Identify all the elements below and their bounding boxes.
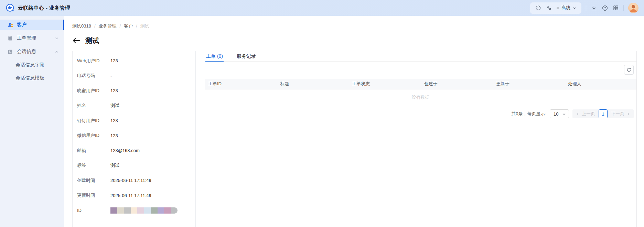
work-order-icon [8,35,13,41]
field-label: 创建时间 [77,177,110,184]
customers-icon [8,22,13,28]
column-header-id: 工单ID [205,81,277,87]
apps-grid-icon[interactable] [613,5,619,11]
status-dropdown[interactable]: 离线 [557,5,577,11]
user-avatar[interactable] [628,3,638,13]
field-value: 123 [110,118,118,123]
pager: 上一页 1 下一页 [572,109,634,118]
pagination: 共0条，每页显示: 10 上一页 1 下一页 [205,109,636,118]
app-logo-icon [6,3,14,12]
tab-label: 服务记录 [237,53,256,60]
tab-label: 工单 (0) [206,53,223,60]
breadcrumb-item[interactable]: 业务管理 [99,23,117,29]
help-icon[interactable] [602,5,608,11]
field-row-created-at: 创建时间 2025-06-11 17:11:49 [77,173,195,188]
field-label: 微信用户ID [77,132,110,139]
chevron-down-icon [55,36,58,40]
chevron-down-icon [562,112,566,116]
column-header-created: 创建于 [421,81,493,87]
breadcrumb-current: 测试 [140,23,149,29]
sidebar-item-label: 会话信息 [17,48,36,55]
field-label: 姓名 [77,102,110,109]
chevron-left-icon [576,112,580,116]
breadcrumb-separator: / [120,23,121,29]
field-row-dingtalk-user-id: 钉钉用户ID 123 [77,113,195,128]
current-page-button[interactable]: 1 [599,109,608,118]
tab-work-orders[interactable]: 工单 (0) [205,51,224,61]
sidebar-item-work-orders[interactable]: 工单管理 [0,33,64,43]
refresh-button[interactable] [624,65,634,75]
refresh-icon [626,67,631,72]
field-value: 123 [110,88,118,93]
field-label: ID [77,208,110,213]
field-value: 123 [110,58,118,63]
chevron-up-icon [55,50,58,54]
table-header: 工单ID 标题 工单状态 创建于 更新于 处理人 [205,79,636,89]
tab-bar: 工单 (0) 服务记录 [205,51,636,62]
field-label: 标签 [77,162,110,169]
message-icon[interactable] [535,5,541,11]
field-row-updated-at: 更新时间 2025-06-11 17:11:49 [77,188,195,203]
session-info-icon [8,49,13,54]
page-size-value: 10 [554,111,558,117]
field-label: 邮箱 [77,148,110,154]
work-order-panel: 工单 (0) 服务记录 [205,51,637,227]
back-arrow-icon[interactable] [72,37,80,44]
page-title-row: 测试 [72,36,644,45]
column-header-handler: 处理人 [565,81,636,87]
page-size-select[interactable]: 10 [550,109,569,118]
content-row: Web用户ID 123 电话号码 - 晓蜜用户ID 123 姓名 测试 [72,51,644,227]
breadcrumb: 测试0318 / 业务管理 / 客户 / 测试 [72,23,644,29]
breadcrumb-separator: / [136,23,137,29]
field-row-email: 邮箱 123@163.com [77,143,195,158]
main-content: 测试0318 / 业务管理 / 客户 / 测试 测试 [64,16,644,227]
breadcrumb-separator: / [94,23,96,29]
sidebar-item-session-info-templates[interactable]: 会话信息模板 [0,73,64,83]
brand: 云联络中心 - 业务管理 [6,3,70,12]
breadcrumb-item[interactable]: 客户 [124,23,133,29]
next-page-button[interactable]: 下一页 [608,109,634,118]
app-title: 云联络中心 - 业务管理 [18,5,70,11]
customer-detail-card: Web用户ID 123 电话号码 - 晓蜜用户ID 123 姓名 测试 [72,51,196,227]
breadcrumb-item[interactable]: 测试0318 [72,23,91,29]
sidebar-item-session-info[interactable]: 会话信息 [0,46,64,57]
column-header-status: 工单状态 [348,81,420,87]
sidebar-item-label: 会话信息模板 [15,75,44,81]
chevron-right-icon [626,112,630,116]
field-value: - [110,73,112,78]
topbar: 云联络中心 - 业务管理 [0,0,644,16]
column-header-updated: 更新于 [493,81,565,87]
sidebar-item-label: 会话信息字段 [15,62,44,68]
sidebar: 客户 工单管理 [0,16,64,227]
field-row-wechat-user-id: 微信用户ID 123 [77,128,195,143]
pagination-total-text: 共0条，每页显示: [511,111,546,117]
field-row-phone: 电话号码 - [77,68,195,84]
app-window: 云联络中心 - 业务管理 [0,0,644,227]
page-title: 测试 [85,36,99,45]
phone-icon[interactable] [546,5,552,11]
field-row-web-user-id: Web用户ID 123 [77,53,195,68]
chevron-down-icon [573,6,577,10]
field-label: 更新时间 [77,192,110,198]
divider [586,5,586,11]
status-label: 离线 [561,5,570,11]
field-value: 2025-06-11 17:11:49 [110,193,151,198]
empty-state-text: 没有数据 [205,89,636,107]
tab-service-records[interactable]: 服务记录 [236,51,257,61]
field-row-xiaomi-user-id: 晓蜜用户ID 123 [77,83,195,98]
sidebar-item-label: 客户 [17,22,26,28]
download-icon[interactable] [591,5,597,11]
field-row-name: 姓名 测试 [77,98,195,114]
sidebar-item-session-info-fields[interactable]: 会话信息字段 [0,60,64,70]
sidebar-item-label: 工单管理 [17,35,36,41]
field-row-tags: 标签 测试 [77,158,195,173]
field-label: 电话号码 [77,73,110,79]
topbar-actions: 离线 [530,2,638,14]
prev-page-button[interactable]: 上一页 [572,109,599,118]
next-page-label: 下一页 [611,111,624,117]
field-value: 测试 [110,102,119,109]
id-redacted-value [110,207,178,214]
field-row-id: ID [77,203,195,218]
sidebar-item-customers[interactable]: 客户 [0,20,64,30]
status-dot-icon [557,7,559,9]
